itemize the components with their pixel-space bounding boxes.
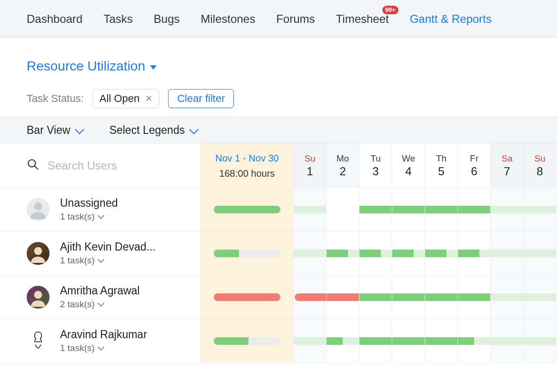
allocation-bar [458,337,490,345]
allocation-bar [491,250,523,257]
bar-segment [214,293,280,301]
allocation-bar [359,206,392,213]
nav-timesheet[interactable]: Timesheet99+ [336,12,389,26]
resource-grid: Nov 1 - Nov 30168:00 hoursSu1Mo2Tu3We4Th… [0,144,557,363]
day-column-header: Fr6 [458,144,491,188]
day-column-header: Su1 [294,144,327,188]
user-cell[interactable]: Aravind Rajkumar1 task(s) [0,319,200,363]
chevron-down-icon [98,344,104,351]
summary-bar [214,206,280,213]
filter-chip-label: All Open [99,92,139,105]
close-icon[interactable]: ✕ [145,93,152,104]
summary-bar-cell [200,275,294,319]
day-cell [524,231,557,275]
allocation-bar [491,293,523,301]
day-cell [425,188,458,231]
user-name: Ajith Kevin Devad... [60,241,156,253]
day-of-week: We [402,153,415,164]
day-number: 6 [471,165,477,178]
day-cell [327,188,359,231]
nav-milestones[interactable]: Milestones [200,12,255,26]
day-of-week: Mo [337,153,349,164]
search-icon [27,158,39,173]
allocation-bar [524,337,556,345]
report-type-dropdown[interactable]: Resource Utilization [27,59,157,74]
total-hours-label: 168:00 hours [219,166,275,181]
allocation-bar [425,337,458,345]
day-cell [458,188,491,231]
chevron-down-icon [98,256,104,263]
task-count-label: 1 task(s) [60,211,95,222]
clear-filter-label: Clear filter [177,92,225,104]
task-count-toggle[interactable]: 1 task(s) [60,255,156,266]
day-cell [294,275,327,319]
nav-bugs[interactable]: Bugs [154,12,180,26]
day-cell [458,275,491,319]
search-users-input[interactable] [48,159,171,172]
user-info: Unassigned1 task(s) [60,197,118,222]
summary-bar-cell [200,188,294,231]
day-cell [458,319,491,363]
task-count-label: 2 task(s) [60,299,95,310]
allocation-bar [392,206,425,213]
avatar [27,330,50,352]
allocation-bar [491,337,523,345]
filter-chip-task-status[interactable]: All Open ✕ [92,89,159,108]
svg-point-0 [28,160,35,167]
task-count-label: 1 task(s) [60,255,95,266]
top-nav: DashboardTasksBugsMilestonesForumsTimesh… [0,0,557,38]
allocation-bar [458,250,490,257]
summary-bar [214,337,280,345]
chevron-down-icon [98,212,104,219]
user-name: Unassigned [60,197,118,210]
day-cell [359,231,392,275]
day-cell [359,319,392,363]
caret-down-icon [150,65,157,70]
day-cell [524,319,557,363]
day-column-header: Su8 [524,144,557,188]
day-cell [491,231,524,275]
task-count-toggle[interactable]: 1 task(s) [60,211,118,222]
day-of-week: Fr [470,153,478,164]
nav-dashboard[interactable]: Dashboard [27,12,82,26]
nav-tasks[interactable]: Tasks [103,12,132,26]
summary-bar-cell [200,319,294,363]
task-count-toggle[interactable]: 2 task(s) [60,299,139,310]
allocation-bar [392,293,425,301]
clear-filter-button[interactable]: Clear filter [168,89,234,108]
day-number: 2 [339,165,346,178]
view-mode-label: Bar View [27,124,70,137]
allocation-bar [359,337,392,345]
task-count-toggle[interactable]: 1 task(s) [60,343,147,353]
date-range-label: Nov 1 - Nov 30 [215,151,278,166]
chevron-down-icon [98,300,104,307]
user-name: Amritha Agrawal [60,284,139,297]
day-number: 7 [504,165,510,178]
day-cell [491,319,524,363]
chevron-down-icon [75,125,84,134]
allocation-bar [359,250,392,257]
day-cell [327,319,359,363]
allocation-bar [359,293,392,301]
day-cell [359,275,392,319]
nav-gantt-reports[interactable]: Gantt & Reports [410,12,492,26]
page-title-label: Resource Utilization [27,59,145,74]
nav-forums[interactable]: Forums [276,12,315,26]
allocation-bar [327,293,359,301]
allocation-bar [458,206,490,213]
allocation-bar [392,250,425,257]
summary-column-header: Nov 1 - Nov 30168:00 hours [200,144,294,188]
day-number: 4 [405,165,411,178]
legends-dropdown[interactable]: Select Legends [109,124,198,137]
allocation-bar [392,337,425,345]
day-cell [524,188,557,231]
user-cell[interactable]: Unassigned1 task(s) [0,188,200,231]
user-cell[interactable]: Ajith Kevin Devad...1 task(s) [0,231,200,275]
allocation-bar [327,250,359,257]
day-number: 5 [438,165,444,178]
view-mode-dropdown[interactable]: Bar View [27,124,83,137]
allocation-bar [524,206,556,213]
user-info: Amritha Agrawal2 task(s) [60,284,139,310]
svg-point-2 [34,202,42,211]
user-cell[interactable]: Amritha Agrawal2 task(s) [0,275,200,319]
